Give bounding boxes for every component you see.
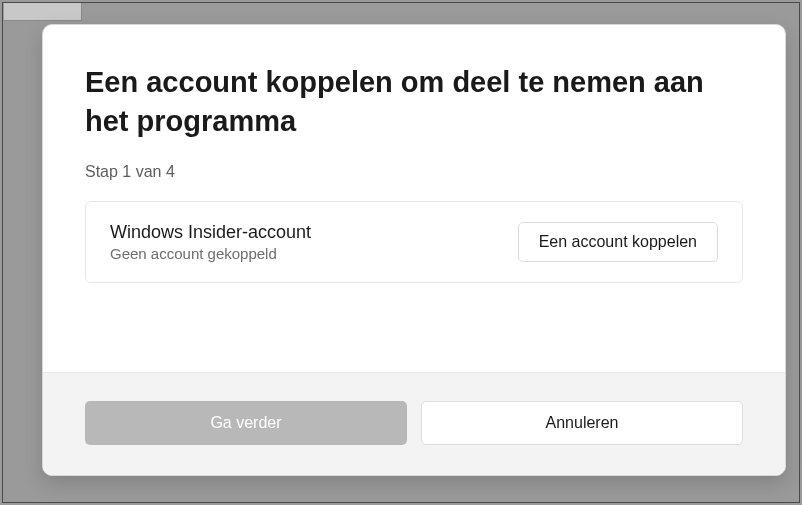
dialog-footer: Ga verder Annuleren [43, 372, 785, 475]
cancel-button[interactable]: Annuleren [421, 401, 743, 445]
dialog-title: Een account koppelen om deel te nemen aa… [85, 63, 743, 141]
link-account-dialog: Een account koppelen om deel te nemen aa… [42, 24, 786, 476]
account-info: Windows Insider-account Geen account gek… [110, 222, 311, 262]
account-title: Windows Insider-account [110, 222, 311, 243]
step-indicator: Stap 1 van 4 [85, 163, 743, 181]
dialog-body: Een account koppelen om deel te nemen aa… [43, 25, 785, 372]
continue-button[interactable]: Ga verder [85, 401, 407, 445]
account-card: Windows Insider-account Geen account gek… [85, 201, 743, 283]
account-status: Geen account gekoppeld [110, 245, 311, 262]
background-tab-fragment [4, 3, 82, 21]
link-account-button[interactable]: Een account koppelen [518, 222, 718, 262]
